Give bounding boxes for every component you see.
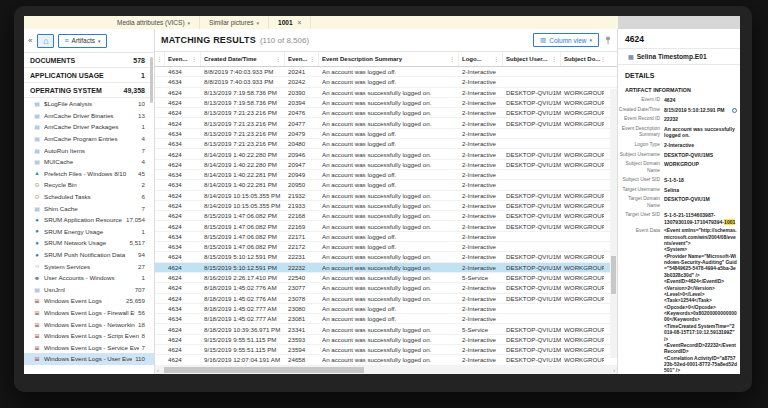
sidebar-item-srum-network-usage[interactable]: ●SRUM Network Usage5,517	[24, 237, 154, 249]
table-row[interactable]: 46248/14/2019 1:40:22.280 PM20947An acco…	[155, 160, 617, 170]
sidebar-item-autorun-items[interactable]: ▤AutoRun Items7	[24, 144, 154, 156]
table-row[interactable]: 46248/14/2019 1:40:22.280 PM20946An acco…	[155, 149, 617, 159]
table-row[interactable]: 46248/15/2019 5:10:12.591 PM22232An acco…	[155, 263, 617, 273]
column-menu-icon[interactable]: ⋮	[494, 56, 500, 62]
table-row[interactable]: 46248/15/2019 5:10:12.591 PM22231An acco…	[155, 252, 617, 262]
column-menu-icon[interactable]: ⋮	[552, 56, 558, 62]
table-row[interactable]: 46348/18/2019 1:45:02.777 AM23080An acco…	[155, 304, 617, 314]
tab-similar-pictures[interactable]: Similar pictures▾	[200, 16, 269, 29]
table-row[interactable]: 46348/14/2019 1:40:22.281 PM20950An acco…	[155, 180, 617, 190]
sidebar-item-prefetch-files-windows-8-10[interactable]: ▲Prefetch Files - Windows 8/1045	[24, 168, 154, 180]
sidebar-item-recycle-bin[interactable]: ⊙Recycle Bin2	[24, 179, 154, 191]
table-row[interactable]: 46348/18/2019 1:45:02.777 AM23081An acco…	[155, 314, 617, 324]
item-label: AutoRun Items	[44, 147, 139, 154]
table-row[interactable]: 46248/13/2019 7:19:58.736 PM20394An acco…	[155, 98, 617, 108]
scrollbar-thumb[interactable]	[164, 367, 364, 373]
table-row[interactable]: 46348/8/2019 7:40:03.933 PM20242An accou…	[155, 77, 617, 87]
table-row[interactable]: 46248/13/2019 7:21:23.216 PM20476An acco…	[155, 108, 617, 118]
sidebar-item-usnjrnl[interactable]: ▤UsnJrnl707	[24, 284, 154, 296]
close-icon[interactable]: ×	[298, 19, 302, 26]
column-header-even[interactable]: Even...⋮	[285, 52, 319, 66]
clock-link-icon[interactable]	[732, 108, 737, 113]
sidebar-item-amcache-program-entries[interactable]: ▤AmCache Program Entries4	[24, 133, 154, 145]
collapse-panel-icon[interactable]: «	[28, 36, 32, 45]
column-header-subject-user[interactable]: Subject User...⋮	[503, 52, 561, 66]
sidebar-item-windows-event-logs-script-events[interactable]: ⊞Windows Event Logs - Script Events8	[24, 330, 154, 342]
column-header-event-description-summary[interactable]: Event Description Summary⋮	[319, 52, 459, 66]
column-view-button[interactable]: ▥ Column view ▾	[533, 33, 599, 47]
table-row[interactable]: 46348/13/2019 7:21:23.216 PM20480An acco…	[155, 139, 617, 149]
table-row[interactable]: 46348/15/2019 1:47:06.082 PM22171An acco…	[155, 232, 617, 242]
detail-field-target-user-sid: Target User SIDS-1-5-21-1154603987-13079…	[618, 212, 737, 225]
column-header-subject-do[interactable]: Subject Do...⋮	[561, 52, 604, 66]
tab-media-attributes-vics[interactable]: Media attributes (VICS)▾	[108, 16, 200, 29]
column-header-created-date-time[interactable]: Created Date/Time⋮	[201, 52, 285, 66]
table-row[interactable]: 46248/14/2019 10:15:05.355 PM21933An acc…	[155, 201, 617, 211]
table-row[interactable]: 46248/15/2019 1:47:06.082 PM22168An acco…	[155, 211, 617, 221]
sidebar-item-srum-energy-usage[interactable]: ●SRUM Energy Usage1	[24, 226, 154, 238]
cell: 23077	[285, 284, 319, 291]
table-row[interactable]: 46348/15/2019 1:47:06.082 PM22172An acco…	[155, 242, 617, 252]
cell: 8/18/2019 1:45:02.776 AM	[201, 284, 285, 291]
sidebar-item-srum-application-resource-usage[interactable]: ●SRUM Application Resource Usage17,054	[24, 214, 154, 226]
table-row[interactable]: 46248/14/2019 10:15:05.355 PM21932An acc…	[155, 191, 617, 201]
table-row[interactable]: 46248/18/2019 1:45:02.776 AM23077An acco…	[155, 283, 617, 293]
sidebar-item-windows-event-logs-user-events[interactable]: ⊞Windows Event Logs - User Events110	[24, 353, 154, 365]
scroll-right-icon[interactable]: ›	[613, 366, 615, 374]
artifacts-dropdown[interactable]: ≡ Artifacts ▾	[58, 34, 106, 48]
sidebar-item-windows-event-logs[interactable]: ⊞Windows Event Logs25,659	[24, 295, 154, 307]
table-row[interactable]: 46348/14/2019 1:40:22.281 PM20949An acco…	[155, 170, 617, 180]
column-menu-icon[interactable]: ⋮	[600, 56, 604, 62]
desktop-background: Media attributes (VICS)▾Similar pictures…	[0, 0, 768, 408]
table-row[interactable]: 46248/18/2019 10:39:36.971 PM23341An acc…	[155, 324, 617, 334]
cell: 22232	[285, 264, 319, 271]
column-header-logo[interactable]: Logo...⋮	[459, 52, 503, 66]
sidebar-item-logfile-analysis[interactable]: ▤$LogFile Analysis10	[24, 98, 154, 110]
table-vertical-scrollbar[interactable]	[610, 89, 617, 358]
field-label: Subject Domain Name	[618, 161, 664, 174]
table-row[interactable]: 46248/15/2019 1:47:06.082 PM22169An acco…	[155, 221, 617, 231]
column-menu-icon[interactable]: ⋮	[192, 56, 198, 62]
artifact-type-icon: ●	[33, 228, 41, 234]
sidebar-scrollbar[interactable]	[150, 57, 153, 103]
table-row[interactable]: 46249/16/2019 12:07:04.191 AM24658An acc…	[155, 355, 617, 365]
column-header-row-menu[interactable]: ⋮	[155, 52, 165, 66]
table-row[interactable]: 46348/8/2019 7:40:03.933 PM20241An accou…	[155, 67, 617, 77]
column-menu-icon[interactable]: ⋮	[310, 56, 316, 62]
column-menu-icon[interactable]: ⋮	[157, 56, 163, 62]
sidebar-item-amcache-driver-binaries[interactable]: ▤AmCache Driver Binaries13	[24, 110, 154, 122]
sidebar-item-scheduled-tasks[interactable]: ⊙Scheduled Tasks6	[24, 191, 154, 203]
table-row[interactable]: 46248/16/2019 2:26:17.410 PM22540An acco…	[155, 273, 617, 283]
sidebar-item-amcache-driver-packages[interactable]: ▤AmCache Driver Packages1	[24, 121, 154, 133]
scroll-left-icon[interactable]: ‹	[157, 366, 159, 374]
sidebar-item-user-accounts-windows[interactable]: ☻User Accounts - Windows1	[24, 272, 154, 284]
sidebar-item-shim-cache[interactable]: ▤Shim Cache7	[24, 202, 154, 214]
table-row[interactable]: 46248/18/2019 1:45:02.776 AM23078An acco…	[155, 294, 617, 304]
table-horizontal-scrollbar[interactable]: ‹ ›	[155, 366, 617, 374]
column-menu-icon[interactable]: ⋮	[276, 56, 282, 62]
evidence-source[interactable]: ▦ Selina Timestomp.E01	[618, 49, 740, 65]
sidebar-item-system-services[interactable]: ☼System Services27	[24, 260, 154, 272]
table-row[interactable]: 46249/15/2019 9:55:51.115 PM23593An acco…	[155, 335, 617, 345]
column-menu-icon[interactable]: ⋮	[450, 56, 456, 62]
home-button[interactable]: ⌂	[37, 34, 54, 48]
sidebar-item-muicache[interactable]: ▤MUICache4	[24, 156, 154, 168]
sidebar-section-documents[interactable]: DOCUMENTS578	[24, 53, 154, 68]
sidebar-section-operating-system[interactable]: OPERATING SYSTEM49,358	[24, 83, 154, 98]
table-row[interactable]: 46248/13/2019 7:19:58.736 PM20390An acco…	[155, 88, 617, 98]
scrollbar-thumb[interactable]	[611, 256, 616, 294]
field-value: 22232	[664, 116, 737, 123]
sidebar-item-windows-event-logs-service-events[interactable]: ⊞Windows Event Logs - Service Events7	[24, 341, 154, 353]
table-row[interactable]: 46248/13/2019 7:21:23.216 PM20477An acco…	[155, 118, 617, 128]
sidebar-item-windows-event-logs-firewall-events[interactable]: ⊞Windows Event Logs - Firewall Events56	[24, 307, 154, 319]
sidebar-item-srum-push-notification-data[interactable]: ●SRUM Push Notification Data94	[24, 249, 154, 261]
table-row[interactable]: 46348/13/2019 7:21:23.216 PM20479An acco…	[155, 129, 617, 139]
tab-1001[interactable]: 1001×	[269, 16, 311, 29]
table-row[interactable]: 46249/15/2019 9:55:51.115 PM23594An acco…	[155, 345, 617, 355]
column-header-even[interactable]: Even...⋮	[165, 52, 201, 66]
sidebar-item-windows-event-logs-networking-events[interactable]: ⊞Windows Event Logs - Networking Events1…	[24, 318, 154, 330]
sidebar-section-application-usage[interactable]: APPLICATION USAGE1	[24, 68, 154, 83]
pin-icon[interactable]	[605, 36, 611, 45]
artifact-fields: Event ID4624Created Date/Time8/15/2019 5…	[618, 97, 740, 374]
cell: 20949	[285, 171, 319, 178]
